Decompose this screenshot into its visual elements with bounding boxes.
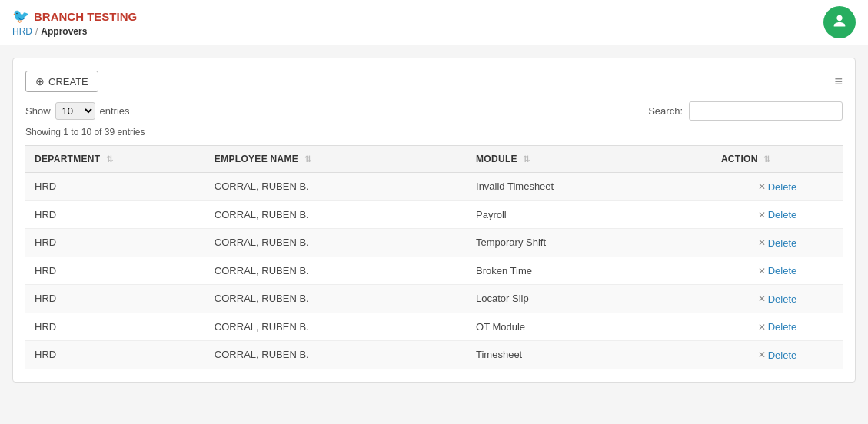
sort-icon-department: ⇅ [106, 154, 113, 164]
delete-button[interactable]: ✕Delete [758, 237, 797, 249]
delete-label: Delete [768, 321, 797, 333]
x-icon: ✕ [758, 293, 766, 304]
user-icon [831, 14, 848, 31]
hamburger-icon[interactable]: ≡ [834, 74, 843, 90]
search-area: Search: [648, 101, 843, 121]
cell-employee: CORRAL, RUBEN B. [205, 173, 467, 201]
breadcrumb: HRD / Approvers [12, 26, 137, 37]
cell-action: ✕Delete [712, 257, 843, 285]
delete-label: Delete [768, 209, 797, 220]
cell-action: ✕Delete [712, 341, 843, 369]
col-header-module[interactable]: MODULE ⇅ [467, 146, 712, 173]
delete-label: Delete [768, 265, 797, 277]
x-icon: ✕ [758, 210, 766, 220]
delete-label: Delete [768, 181, 797, 193]
cell-module: Broken Time [467, 257, 712, 285]
brand-title: 🐦 BRANCH TESTING [12, 8, 137, 25]
cell-department: HRD [25, 341, 205, 369]
col-header-employee[interactable]: EMPLOYEE NAME ⇅ [205, 146, 467, 173]
show-label: Show [25, 105, 51, 117]
brand-area: 🐦 BRANCH TESTING HRD / Approvers [12, 8, 137, 37]
x-icon: ✕ [758, 181, 766, 192]
card-top: ⊕ CREATE ≡ [25, 71, 843, 92]
cell-action: ✕Delete [712, 200, 843, 229]
cell-module: Payroll [467, 200, 712, 229]
table-row: HRDCORRAL, RUBEN B.Temporary Shift✕Delet… [25, 229, 843, 257]
sort-icon-module: ⇅ [523, 154, 530, 164]
sort-icon-employee: ⇅ [304, 154, 311, 164]
create-label: CREATE [48, 76, 88, 88]
table-row: HRDCORRAL, RUBEN B.Payroll✕Delete [25, 200, 843, 229]
main-content: ⊕ CREATE ≡ Show 10 25 50 100 entries Sea… [0, 45, 868, 395]
delete-label: Delete [768, 237, 797, 249]
approvers-table: DEPARTMENT ⇅ EMPLOYEE NAME ⇅ MODULE ⇅ AC… [25, 145, 843, 369]
cell-employee: CORRAL, RUBEN B. [205, 313, 467, 341]
cell-module: Temporary Shift [467, 229, 712, 257]
entries-info: Showing 1 to 10 of 39 entries [25, 127, 843, 137]
create-button[interactable]: ⊕ CREATE [25, 71, 98, 92]
show-entries: Show 10 25 50 100 entries [25, 102, 130, 120]
cell-employee: CORRAL, RUBEN B. [205, 200, 467, 229]
entries-select[interactable]: 10 25 50 100 [55, 102, 95, 120]
table-row: HRDCORRAL, RUBEN B.Locator Slip✕Delete [25, 285, 843, 313]
delete-label: Delete [768, 349, 797, 361]
x-icon: ✕ [758, 266, 766, 277]
table-body: HRDCORRAL, RUBEN B.Invalid Timesheet✕Del… [25, 173, 843, 369]
cell-department: HRD [25, 173, 205, 201]
x-icon: ✕ [758, 322, 766, 333]
approvers-card: ⊕ CREATE ≡ Show 10 25 50 100 entries Sea… [12, 58, 856, 383]
cell-employee: CORRAL, RUBEN B. [205, 257, 467, 285]
delete-button[interactable]: ✕Delete [758, 181, 797, 193]
cell-module: Timesheet [467, 341, 712, 369]
cell-department: HRD [25, 257, 205, 285]
cell-module: Locator Slip [467, 285, 712, 313]
delete-button[interactable]: ✕Delete [758, 349, 797, 361]
table-row: HRDCORRAL, RUBEN B.Broken Time✕Delete [25, 257, 843, 285]
cell-employee: CORRAL, RUBEN B. [205, 341, 467, 369]
brand-icon: 🐦 [12, 8, 29, 25]
x-icon: ✕ [758, 349, 766, 360]
top-header: 🐦 BRANCH TESTING HRD / Approvers [0, 0, 868, 45]
sort-icon-action: ⇅ [763, 154, 770, 164]
col-header-action[interactable]: ACTION ⇅ [712, 146, 843, 173]
breadcrumb-parent[interactable]: HRD [12, 26, 32, 37]
delete-button[interactable]: ✕Delete [758, 293, 797, 305]
plus-icon: ⊕ [35, 75, 45, 88]
user-avatar-button[interactable] [823, 6, 856, 38]
table-header: DEPARTMENT ⇅ EMPLOYEE NAME ⇅ MODULE ⇅ AC… [25, 146, 843, 173]
cell-department: HRD [25, 229, 205, 257]
table-row: HRDCORRAL, RUBEN B.Timesheet✕Delete [25, 341, 843, 369]
cell-employee: CORRAL, RUBEN B. [205, 285, 467, 313]
cell-action: ✕Delete [712, 229, 843, 257]
cell-department: HRD [25, 200, 205, 229]
table-row: HRDCORRAL, RUBEN B.OT Module✕Delete [25, 313, 843, 341]
delete-label: Delete [768, 293, 797, 305]
search-input[interactable] [689, 101, 843, 121]
cell-action: ✕Delete [712, 313, 843, 341]
delete-button[interactable]: ✕Delete [758, 265, 797, 277]
breadcrumb-current: Approvers [41, 26, 87, 37]
x-icon: ✕ [758, 237, 766, 248]
table-row: HRDCORRAL, RUBEN B.Invalid Timesheet✕Del… [25, 173, 843, 201]
entries-label: entries [100, 105, 130, 117]
cell-department: HRD [25, 285, 205, 313]
cell-action: ✕Delete [712, 173, 843, 201]
cell-action: ✕Delete [712, 285, 843, 313]
delete-button[interactable]: ✕Delete [758, 209, 797, 220]
brand-name: BRANCH TESTING [34, 10, 137, 23]
breadcrumb-sep: / [35, 26, 38, 37]
cell-employee: CORRAL, RUBEN B. [205, 229, 467, 257]
cell-module: OT Module [467, 313, 712, 341]
table-controls: Show 10 25 50 100 entries Search: [25, 101, 843, 121]
search-label: Search: [648, 105, 683, 117]
delete-button[interactable]: ✕Delete [758, 321, 797, 333]
cell-department: HRD [25, 313, 205, 341]
cell-module: Invalid Timesheet [467, 173, 712, 201]
col-header-department[interactable]: DEPARTMENT ⇅ [25, 146, 205, 173]
